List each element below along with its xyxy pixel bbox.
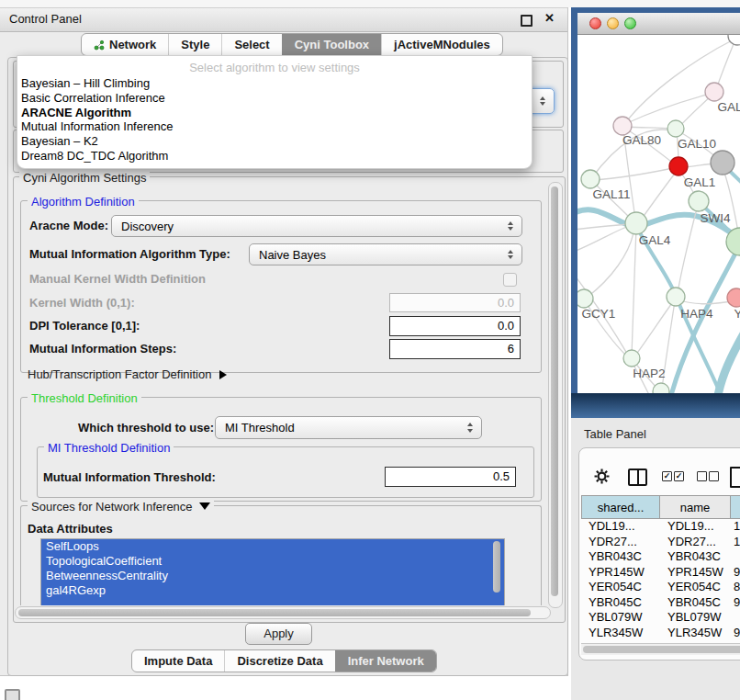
table-cell[interactable]: YBR043C bbox=[581, 549, 660, 565]
network-node[interactable] bbox=[653, 383, 669, 393]
table-cell[interactable]: YDR27... bbox=[581, 535, 660, 550]
unchecked-checkbox-icon[interactable] bbox=[697, 471, 707, 481]
table-cell[interactable]: YPR145W bbox=[660, 565, 731, 581]
close-icon[interactable]: ✕ bbox=[544, 11, 555, 25]
network-node-gal4[interactable] bbox=[625, 212, 647, 234]
scrollbar-thumb[interactable] bbox=[18, 609, 531, 616]
table-cell[interactable]: YBL079W bbox=[581, 610, 660, 626]
network-node-gal[interactable] bbox=[705, 83, 723, 101]
settings-vertical-scrollbar[interactable] bbox=[548, 182, 563, 608]
table-cell[interactable]: YBL079W bbox=[660, 610, 731, 626]
document-icon[interactable] bbox=[730, 467, 740, 488]
column-header-name[interactable]: name bbox=[660, 495, 731, 519]
table-cell[interactable]: YPR145W bbox=[581, 565, 660, 581]
table-cell[interactable]: 8. bbox=[731, 580, 740, 595]
which-threshold-combobox[interactable]: MI Threshold bbox=[215, 416, 482, 439]
attribute-list-item[interactable]: TopologicalCoefficient bbox=[41, 554, 504, 569]
table-cell[interactable]: YBR043C bbox=[660, 549, 731, 565]
algorithm-option-bayesian-k2[interactable]: Bayesian – K2 bbox=[17, 134, 532, 149]
algorithm-option-aracne-algorithm[interactable]: ARACNE Algorithm bbox=[17, 106, 532, 120]
network-node-gal10[interactable] bbox=[667, 120, 684, 137]
network-node-gal1[interactable] bbox=[669, 157, 688, 175]
network-node-y[interactable] bbox=[727, 288, 740, 307]
zoom-window-button[interactable] bbox=[624, 17, 636, 29]
table-row[interactable]: YER054CYER054C8. bbox=[581, 580, 740, 595]
algorithm-option-basic-correlation-inference[interactable]: Basic Correlation Inference bbox=[17, 91, 532, 106]
network-node[interactable] bbox=[711, 151, 734, 175]
tab-jactivemnodules[interactable]: jActiveMNodules bbox=[381, 34, 502, 55]
algorithm-option-mutual-information-inference[interactable]: Mutual Information Inference bbox=[17, 119, 532, 134]
table-cell[interactable]: YBR045C bbox=[660, 595, 731, 611]
table-row[interactable]: YBR045CYBR045C9. bbox=[581, 595, 740, 611]
minimize-window-button[interactable] bbox=[607, 17, 619, 29]
network-node-gal11[interactable] bbox=[581, 170, 600, 188]
attribute-list-item-partial[interactable] bbox=[41, 598, 504, 605]
manual-kernel-checkbox[interactable] bbox=[503, 273, 517, 287]
table-row[interactable]: YBL079WYBL079W bbox=[581, 610, 740, 626]
table-cell[interactable]: YLR345W bbox=[660, 626, 731, 641]
table-row[interactable]: YDR27...YDR27...12 bbox=[581, 535, 740, 550]
table-cell[interactable]: YDR27... bbox=[660, 535, 731, 550]
dpi-tolerance-field[interactable]: 0.0 bbox=[389, 316, 521, 336]
mi-steps-field[interactable]: 6 bbox=[389, 339, 521, 359]
table-cell[interactable]: YLR345W bbox=[581, 626, 660, 641]
attribute-list-item[interactable]: BetweennessCentrality bbox=[41, 569, 504, 583]
table-row[interactable]: YDL19...YDL19...13 bbox=[581, 519, 740, 535]
tab-select[interactable]: Select bbox=[221, 34, 281, 55]
network-node-swi4[interactable] bbox=[689, 191, 709, 211]
table-row[interactable]: YLR345WYLR345W9. bbox=[581, 626, 740, 641]
tab-impute-data[interactable]: Impute Data bbox=[132, 650, 224, 672]
table-cell[interactable] bbox=[731, 549, 740, 565]
table-cell[interactable]: 13 bbox=[731, 519, 740, 535]
mi-type-combobox[interactable]: Naive Bayes bbox=[249, 243, 522, 265]
hub-definition-expander[interactable]: Hub/Transcription Factor Definition bbox=[28, 367, 227, 381]
attribute-list-item[interactable]: gal4RGexp bbox=[41, 583, 504, 598]
network-node-hap2[interactable] bbox=[623, 350, 640, 367]
scrollbar-thumb[interactable] bbox=[583, 646, 740, 653]
tab-network[interactable]: Network bbox=[82, 34, 168, 55]
tab-style[interactable]: Style bbox=[168, 34, 221, 55]
table-cell[interactable]: 9. bbox=[731, 626, 740, 641]
network-node-gcy1[interactable] bbox=[577, 289, 593, 308]
table-cell[interactable]: 12 bbox=[731, 535, 740, 550]
network-node-gal80[interactable] bbox=[613, 117, 632, 135]
table-cell[interactable] bbox=[731, 610, 740, 626]
settings-horizontal-scrollbar[interactable] bbox=[15, 606, 551, 619]
tab-discretize-data[interactable]: Discretize Data bbox=[224, 650, 334, 672]
split-columns-icon[interactable] bbox=[628, 469, 647, 486]
checked-checkbox-icon[interactable]: ✓ bbox=[662, 471, 672, 481]
algorithm-option-bayesian-hill-climbing[interactable]: Bayesian – Hill Climbing bbox=[17, 76, 532, 91]
algorithm-option-dream8-dc-tdc-algorithm[interactable]: Dream8 DC_TDC Algorithm bbox=[17, 149, 532, 164]
sources-group-title[interactable]: Sources for Network Inference bbox=[28, 500, 214, 514]
apply-button[interactable]: Apply bbox=[245, 623, 312, 645]
unchecked-checkbox-icon[interactable] bbox=[709, 471, 719, 481]
aracne-mode-combobox[interactable]: Discovery bbox=[111, 215, 522, 237]
table-cell[interactable]: YDL19... bbox=[581, 519, 660, 535]
table-cell[interactable]: 9. bbox=[731, 565, 740, 581]
network-window-titlebar[interactable] bbox=[577, 13, 740, 35]
table-cell[interactable]: 9. bbox=[731, 595, 740, 611]
network-node[interactable] bbox=[728, 35, 740, 45]
tab-infer-network[interactable]: Infer Network bbox=[335, 650, 436, 672]
close-window-button[interactable] bbox=[589, 17, 601, 29]
checked-checkbox-icon[interactable]: ✓ bbox=[674, 471, 684, 481]
table-cell[interactable]: YER054C bbox=[581, 580, 660, 595]
column-header-a[interactable]: A bbox=[731, 495, 740, 519]
tab-cyni-toolbox[interactable]: Cyni Toolbox bbox=[282, 34, 381, 55]
mi-threshold-field[interactable]: 0.5 bbox=[385, 467, 516, 487]
float-panel-icon[interactable] bbox=[521, 15, 533, 27]
table-horizontal-scrollbar[interactable] bbox=[581, 643, 740, 655]
column-header-shared[interactable]: shared... bbox=[581, 495, 660, 519]
scrollbar-thumb[interactable] bbox=[551, 186, 558, 596]
partial-bottom-icon[interactable] bbox=[5, 689, 20, 700]
table-cell[interactable]: YDL19... bbox=[660, 519, 731, 535]
attribute-list-item[interactable]: SelfLoops bbox=[41, 539, 504, 554]
table-row[interactable]: YBR043CYBR043C bbox=[581, 549, 740, 565]
list-scrollbar-thumb[interactable] bbox=[493, 541, 500, 593]
network-node-hap4[interactable] bbox=[667, 288, 685, 306]
network-canvas[interactable]: GALGAL80GAL10GAL1GAL11SWI4GAL4GCY1HAP4YH… bbox=[577, 35, 740, 393]
gear-icon[interactable] bbox=[594, 469, 610, 487]
table-cell[interactable]: YER054C bbox=[660, 580, 731, 595]
table-row[interactable]: YPR145WYPR145W9. bbox=[581, 565, 740, 581]
table-cell[interactable]: YBR045C bbox=[581, 595, 660, 611]
